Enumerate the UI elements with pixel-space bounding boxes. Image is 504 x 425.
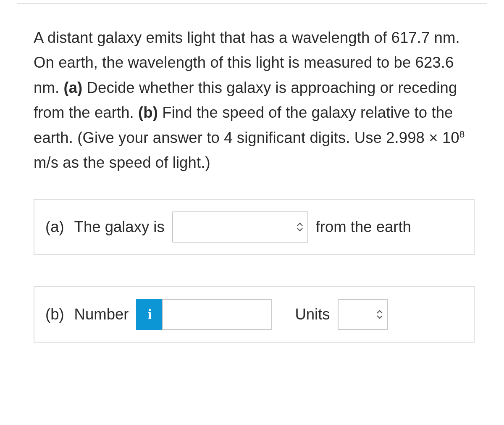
number-input[interactable] <box>162 299 272 330</box>
question-text: A distant galaxy emits light that has a … <box>34 25 475 175</box>
part-b-answer-box: (b)Number i Units <box>34 286 475 343</box>
question-part-a-label: (a) <box>63 79 82 96</box>
direction-select[interactable] <box>172 211 308 243</box>
part-b-prefix: Number <box>74 306 129 323</box>
units-label: Units <box>295 306 330 323</box>
part-a-answer-box: (a)The galaxy is from the earth <box>34 199 475 255</box>
question-container: A distant galaxy emits light that has a … <box>17 3 487 368</box>
part-a-label: (a)The galaxy is <box>45 218 165 236</box>
part-a-suffix: from the earth <box>316 218 411 236</box>
number-input-group: i <box>136 299 272 330</box>
direction-select-wrap <box>172 211 308 243</box>
question-part-b-label: (b) <box>138 104 158 121</box>
part-a-letter: (a) <box>45 218 64 235</box>
question-text-segment: m/s as the speed of light.) <box>34 154 210 171</box>
units-select-wrap <box>338 299 388 330</box>
units-select[interactable] <box>338 299 388 330</box>
exponent: 8 <box>459 129 465 140</box>
part-b-label: (b)Number <box>45 306 129 323</box>
part-b-letter: (b) <box>45 306 64 323</box>
info-button[interactable]: i <box>136 299 162 330</box>
part-a-prefix: The galaxy is <box>74 218 165 235</box>
